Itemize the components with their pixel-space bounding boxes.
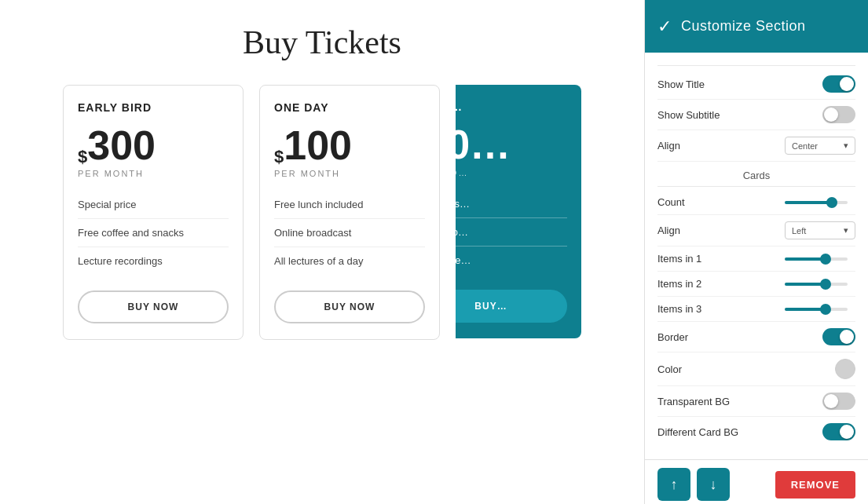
one-day-period: PER MONTH: [274, 169, 425, 178]
count-slider-thumb: [826, 197, 837, 208]
align-label: Align: [657, 140, 680, 152]
border-track[interactable]: [822, 328, 855, 345]
cards-container: EARLY BIRD $ 300 PER MONTH Special price…: [16, 85, 628, 340]
group-feature-3: Lecture re…: [456, 247, 567, 274]
different-card-bg-row: Different Card BG: [657, 417, 855, 447]
early-bird-feature-2: Free coffee and snacks: [78, 219, 229, 247]
border-row: Border: [657, 322, 855, 352]
items-in-1-row: Items in 1: [657, 247, 855, 272]
items-in-1-thumb: [820, 254, 831, 265]
count-label: Count: [657, 196, 685, 208]
group-card-wrapper: GROU… $ 10… PER MO… 4 persons… Big Disco…: [456, 85, 581, 340]
show-subtitle-label: Show Subtitle: [657, 109, 720, 121]
transparent-bg-track[interactable]: [822, 393, 855, 410]
transparent-bg-label: Transparent BG: [657, 396, 730, 407]
align2-chevron-icon: ▾: [844, 225, 848, 236]
sidebar-footer: ↑ ↓ REMOVE: [645, 459, 868, 504]
items-in-2-row: Items in 2: [657, 272, 855, 297]
transparent-bg-row: Transparent BG: [657, 386, 855, 417]
group-feature-1: 4 persons…: [456, 190, 567, 218]
group-period: PER MO…: [456, 168, 567, 177]
items-in-2-thumb: [820, 279, 831, 290]
show-subtitle-track[interactable]: [822, 106, 855, 123]
one-day-buy-button[interactable]: BUY NOW: [274, 290, 425, 323]
different-card-bg-thumb: [840, 425, 854, 439]
border-toggle[interactable]: [822, 328, 855, 345]
early-bird-card: EARLY BIRD $ 300 PER MONTH Special price…: [63, 85, 244, 340]
one-day-price: 100: [284, 125, 352, 166]
group-price-row: $ 10…: [456, 124, 567, 165]
align-chevron-icon: ▾: [844, 141, 848, 151]
early-bird-price-row: $ 300: [78, 125, 229, 166]
align-value: Center: [792, 141, 818, 151]
one-day-price-row: $ 100: [274, 125, 425, 166]
items-in-1-slider[interactable]: [785, 257, 855, 261]
page-title: Buy Tickets: [243, 24, 401, 61]
items-in-3-track: [785, 308, 848, 311]
border-label: Border: [657, 331, 688, 343]
show-subtitle-thumb: [824, 108, 838, 122]
align2-label: Align: [657, 225, 680, 236]
color-picker[interactable]: [835, 359, 855, 379]
items-in-2-slider[interactable]: [785, 283, 855, 286]
transparent-bg-toggle[interactable]: [822, 393, 855, 410]
early-bird-period: PER MONTH: [78, 169, 229, 178]
items-in-2-label: Items in 2: [657, 278, 701, 290]
count-slider-fill: [785, 201, 832, 204]
sidebar-title: Customize Section: [681, 18, 806, 35]
one-day-card: ONE DAY $ 100 PER MONTH Free lunch inclu…: [259, 85, 440, 340]
customize-sidebar: ✓ Customize Section Show Title Show Subt…: [644, 0, 868, 504]
items-in-2-track: [785, 283, 848, 286]
early-bird-price: 300: [87, 125, 156, 166]
group-feature-2: Big Disco…: [456, 218, 567, 247]
one-day-dollar: $: [274, 148, 284, 166]
items-in-3-slider[interactable]: [785, 308, 855, 311]
early-bird-dollar: $: [78, 148, 87, 166]
align2-row: Align Left ▾: [657, 215, 855, 247]
items-in-1-label: Items in 1: [657, 253, 701, 265]
align-row: Align Center ▾: [657, 130, 855, 162]
items-in-3-thumb: [820, 304, 831, 315]
different-card-bg-label: Different Card BG: [657, 426, 738, 438]
show-title-track[interactable]: [822, 75, 855, 93]
main-content: Buy Tickets EARLY BIRD $ 300 PER MONTH S…: [0, 0, 644, 504]
count-slider-track: [785, 201, 848, 204]
show-subtitle-row: Show Subtitle: [657, 100, 855, 130]
check-icon: ✓: [657, 16, 672, 37]
remove-button[interactable]: REMOVE: [775, 471, 855, 499]
sidebar-body: Show Title Show Subtitle Align Center ▾: [645, 53, 868, 459]
align2-value: Left: [792, 226, 806, 236]
arrow-buttons: ↑ ↓: [657, 468, 730, 501]
items-in-3-row: Items in 3: [657, 297, 855, 322]
different-card-bg-toggle[interactable]: [822, 423, 855, 440]
one-day-title: ONE DAY: [274, 101, 425, 114]
count-row: Count: [657, 190, 855, 215]
title-section-label: [657, 53, 855, 66]
align-dropdown[interactable]: Center ▾: [785, 137, 855, 155]
color-row: Color: [657, 352, 855, 386]
align2-dropdown[interactable]: Left ▾: [785, 221, 855, 239]
one-day-feature-2: Online broadcast: [274, 219, 425, 247]
show-title-label: Show Title: [657, 79, 705, 90]
group-card: GROU… $ 10… PER MO… 4 persons… Big Disco…: [456, 85, 581, 338]
early-bird-feature-1: Special price: [78, 191, 229, 219]
color-label: Color: [657, 363, 682, 375]
show-title-row: Show Title: [657, 69, 855, 100]
items-in-3-label: Items in 3: [657, 303, 701, 315]
one-day-feature-3: All lectures of a day: [274, 247, 425, 275]
sidebar-header: ✓ Customize Section: [645, 0, 868, 53]
early-bird-buy-button[interactable]: BUY NOW: [78, 290, 229, 323]
different-card-bg-track[interactable]: [822, 423, 855, 440]
transparent-bg-thumb: [824, 394, 838, 408]
one-day-feature-1: Free lunch included: [274, 191, 425, 219]
group-buy-button[interactable]: BUY…: [456, 290, 567, 323]
move-down-button[interactable]: ↓: [697, 468, 730, 501]
count-slider[interactable]: [785, 201, 855, 204]
show-title-toggle[interactable]: [822, 75, 855, 93]
move-up-button[interactable]: ↑: [657, 468, 690, 501]
group-title: GROU…: [456, 100, 567, 113]
early-bird-title: EARLY BIRD: [78, 101, 229, 114]
show-subtitle-toggle[interactable]: [822, 106, 855, 123]
early-bird-feature-3: Lecture recordings: [78, 247, 229, 275]
cards-section-label: Cards: [657, 162, 855, 187]
